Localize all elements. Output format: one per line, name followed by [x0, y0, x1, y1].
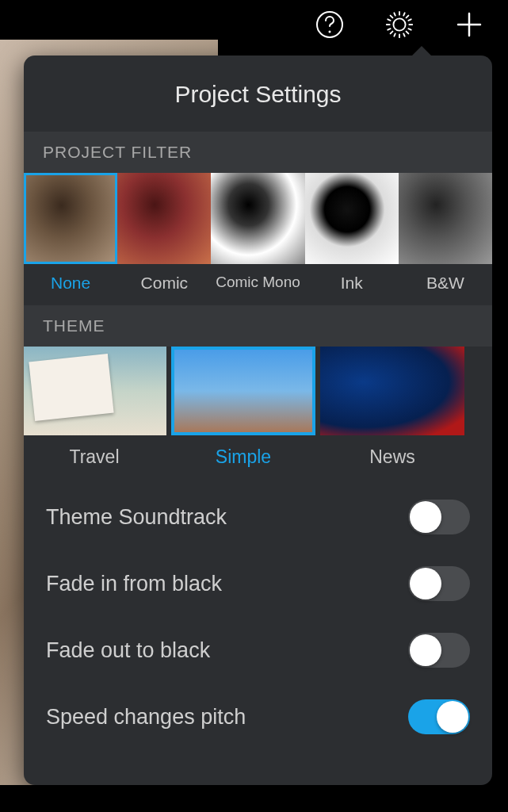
- toggle-soundtrack[interactable]: [408, 500, 470, 534]
- filter-label: Comic: [141, 264, 189, 305]
- svg-point-1: [329, 31, 331, 33]
- filter-thumb: [211, 173, 304, 264]
- toggle-fade-out[interactable]: [408, 633, 470, 668]
- theme-travel[interactable]: Travel: [24, 347, 166, 479]
- toggle-knob: [410, 501, 441, 533]
- theme-thumb: [320, 347, 464, 435]
- filter-label: Ink: [341, 264, 363, 305]
- filter-label: B&W: [426, 264, 464, 305]
- toggle-fade-in[interactable]: [408, 566, 470, 601]
- svg-line-8: [407, 32, 409, 34]
- toggle-knob: [437, 701, 468, 733]
- theme-thumb: [171, 347, 315, 435]
- settings-popover: Project Settings PROJECT FILTER None Com…: [24, 56, 492, 785]
- svg-line-14: [394, 33, 395, 36]
- theme-label: Simple: [216, 435, 271, 479]
- svg-line-12: [403, 33, 404, 36]
- theme-section-header: THEME: [24, 305, 492, 347]
- toggle-section: Theme Soundtrack Fade in from black Fade…: [24, 479, 492, 755]
- svg-line-15: [388, 19, 390, 20]
- toggle-label: Fade in from black: [46, 572, 222, 596]
- toggle-speed-pitch[interactable]: [408, 699, 470, 734]
- theme-simple[interactable]: Simple: [171, 347, 315, 479]
- filter-none[interactable]: None: [24, 173, 117, 305]
- plus-icon[interactable]: [454, 10, 484, 40]
- toggle-row-fade-out: Fade out to black: [24, 617, 492, 684]
- theme-label: Travel: [69, 435, 119, 479]
- filter-comic-mono[interactable]: Comic Mono: [211, 173, 304, 305]
- toggle-row-speed-pitch: Speed changes pitch: [24, 684, 492, 750]
- toggle-row-soundtrack: Theme Soundtrack: [24, 484, 492, 550]
- filter-thumb: [399, 173, 492, 264]
- svg-point-2: [393, 18, 405, 30]
- svg-line-11: [394, 13, 395, 15]
- filter-row: None Comic Comic Mono Ink B&W: [24, 173, 492, 305]
- svg-line-9: [407, 16, 409, 18]
- filter-bw[interactable]: B&W: [399, 173, 492, 305]
- toggle-knob: [410, 568, 441, 599]
- filter-comic[interactable]: Comic: [117, 173, 211, 305]
- svg-line-7: [391, 16, 393, 18]
- filter-thumb: [24, 173, 117, 264]
- theme-thumb: [24, 347, 166, 435]
- theme-row: Travel Simple News: [24, 347, 492, 479]
- filter-thumb: [305, 173, 399, 264]
- toggle-knob: [410, 634, 441, 666]
- gear-icon[interactable]: [384, 10, 414, 40]
- toolbar: [0, 0, 508, 49]
- toggle-row-fade-in: Fade in from black: [24, 550, 492, 617]
- filter-label: Comic Mono: [216, 264, 300, 304]
- theme-label: News: [369, 435, 415, 479]
- filter-ink[interactable]: Ink: [305, 173, 399, 305]
- toggle-label: Theme Soundtrack: [46, 505, 227, 530]
- popover-arrow: [411, 46, 433, 57]
- svg-line-10: [391, 32, 393, 34]
- toggle-label: Fade out to black: [46, 638, 210, 663]
- svg-line-18: [408, 19, 411, 20]
- theme-news[interactable]: News: [320, 347, 464, 479]
- filter-section-header: PROJECT FILTER: [24, 132, 492, 173]
- svg-line-13: [403, 13, 404, 15]
- svg-line-16: [408, 29, 411, 29]
- help-icon[interactable]: [315, 10, 345, 40]
- filter-label: None: [51, 264, 90, 305]
- toggle-label: Speed changes pitch: [46, 705, 246, 730]
- svg-line-17: [388, 29, 390, 29]
- filter-thumb: [117, 173, 211, 264]
- popover-title: Project Settings: [24, 56, 492, 132]
